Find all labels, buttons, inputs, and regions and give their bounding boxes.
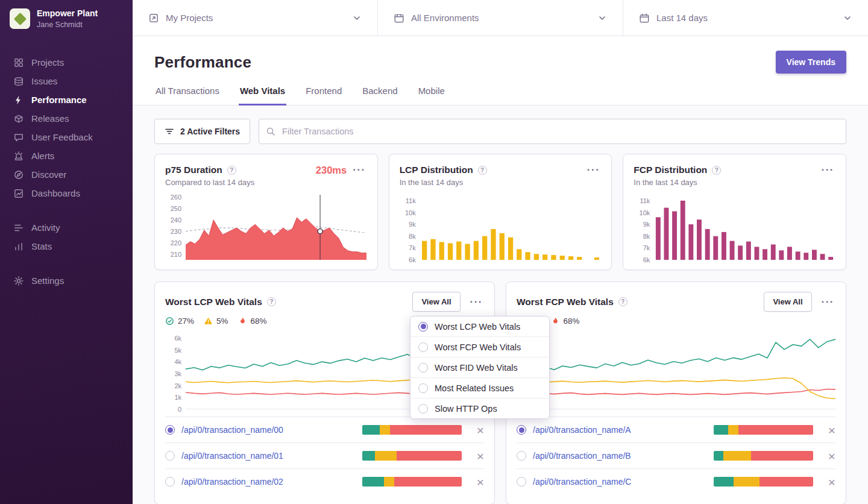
transaction-radio[interactable] [165, 451, 175, 461]
more-options-icon[interactable] [469, 296, 484, 308]
sidebar-item-dashboards[interactable]: Dashboards [0, 184, 133, 203]
dropdown-item-slow-http-ops[interactable]: Slow HTTP Ops [410, 398, 549, 418]
transaction-row: /api/0/transaction_name/C [517, 468, 835, 494]
more-options-icon[interactable] [351, 164, 366, 176]
org-logo-icon [10, 8, 30, 29]
transaction-link[interactable]: /api/0/transaction_name/B [533, 451, 631, 461]
help-icon[interactable] [227, 166, 236, 175]
issues-icon [13, 76, 24, 87]
badge-value: 5% [216, 317, 228, 326]
vitals-distribution-bar [714, 425, 813, 435]
tab-all-transactions[interactable]: All Transactions [154, 86, 221, 106]
sidebar-item-discover[interactable]: Discover [0, 165, 133, 184]
y-axis-label: 11k [634, 197, 650, 204]
transaction-radio[interactable] [517, 477, 526, 487]
transaction-link[interactable]: /api/0/transaction_name/C [533, 477, 631, 487]
more-options-icon[interactable] [820, 164, 835, 176]
close-icon[interactable] [477, 476, 484, 488]
dropdown-item-worst-lcp-web-vitals[interactable]: Worst LCP Web Vitals [410, 317, 549, 336]
close-icon[interactable] [828, 476, 835, 488]
transaction-link[interactable]: /api/0/transaction_name/02 [181, 477, 283, 487]
tab-backend[interactable]: Backend [361, 86, 398, 106]
more-options-icon[interactable] [586, 164, 601, 176]
search-box [259, 119, 846, 144]
environment-picker[interactable]: All Environments [377, 0, 623, 36]
card-title: FCP Distribution [634, 165, 707, 175]
lcp-chart: 11k10k9k8k7k6k [400, 195, 602, 260]
sidebar-item-issues[interactable]: Issues [0, 72, 133, 90]
search-input[interactable] [259, 119, 846, 144]
y-axis-label: 220 [165, 239, 181, 247]
tab-frontend[interactable]: Frontend [304, 86, 343, 106]
warning-icon [204, 317, 213, 326]
fire-icon [238, 317, 247, 326]
close-icon[interactable] [477, 450, 484, 462]
sidebar-item-label: Settings [31, 276, 64, 286]
page-title: Performance [154, 53, 251, 72]
sidebar-item-performance[interactable]: Performance [0, 90, 133, 109]
tab-bar: All TransactionsWeb VitalsFrontendBacken… [133, 86, 868, 106]
card-title: Worst FCP Web Vitals [517, 297, 614, 307]
transaction-row: /api/0/transaction_name/01 [165, 443, 484, 468]
y-axis-label: 0 [165, 406, 181, 413]
tab-web-vitals[interactable]: Web Vitals [239, 86, 286, 106]
sidebar-item-activity[interactable]: Activity [0, 218, 133, 237]
card-subtitle: In the last 14 days [400, 178, 602, 187]
help-icon[interactable] [267, 297, 276, 306]
view-trends-button[interactable]: View Trends [776, 51, 846, 74]
tab-mobile[interactable]: Mobile [417, 86, 446, 106]
sidebar-item-releases[interactable]: Releases [0, 109, 133, 128]
sidebar-item-stats[interactable]: Stats [0, 237, 133, 256]
transaction-link[interactable]: /api/0/transaction_name/01 [181, 451, 283, 461]
badge-value: 68% [251, 317, 267, 326]
fire-icon [551, 317, 560, 326]
transaction-radio[interactable] [165, 425, 175, 435]
lcp-distribution-card: LCP Distribution In the last 14 days 11k… [389, 154, 612, 270]
close-icon[interactable] [828, 424, 835, 436]
view-all-button[interactable]: View All [412, 292, 460, 312]
dropdown-radio[interactable] [418, 342, 428, 352]
sidebar-item-label: Projects [31, 57, 64, 68]
help-icon[interactable] [618, 297, 627, 306]
sidebar-item-projects[interactable]: Projects [0, 53, 133, 72]
sidebar-item-alerts[interactable]: Alerts [0, 146, 133, 165]
dropdown-item-worst-fcp-web-vitals[interactable]: Worst FCP Web Vitals [410, 336, 549, 357]
dropdown-radio[interactable] [418, 322, 428, 332]
p75-chart: 260250240230220210 [165, 195, 367, 260]
sidebar-item-label: Stats [31, 241, 52, 251]
dropdown-item-worst-fid-web-vitals[interactable]: Worst FID Web Vitals [410, 357, 549, 377]
vitals-selector-dropdown: Worst LCP Web VitalsWorst FCP Web Vitals… [410, 316, 550, 419]
transaction-row: /api/0/transaction_name/B [517, 443, 835, 468]
close-icon[interactable] [828, 450, 835, 462]
active-filters-button[interactable]: 2 Active Filters [154, 119, 250, 144]
badge-value: 27% [178, 317, 194, 326]
more-options-icon[interactable] [820, 296, 835, 308]
date-range-picker[interactable]: Last 14 days [623, 0, 868, 36]
topbar: My Projects All Environments Last 14 day… [133, 0, 868, 36]
vitals-distribution-bar [362, 451, 462, 461]
dropdown-radio[interactable] [418, 404, 428, 414]
dropdown-item-most-related-issues[interactable]: Most Related Issues [410, 377, 549, 398]
sidebar-item-label: Releases [31, 113, 69, 124]
project-picker[interactable]: My Projects [133, 0, 377, 36]
dropdown-radio[interactable] [418, 363, 428, 373]
activity-icon [13, 222, 24, 233]
dropdown-radio[interactable] [418, 383, 428, 393]
projects-icon [13, 57, 24, 68]
sidebar-item-label: Discover [31, 169, 66, 180]
y-axis-label: 11k [400, 197, 416, 204]
environment-picker-label: All Environments [411, 13, 479, 23]
help-icon[interactable] [478, 166, 487, 175]
transaction-radio[interactable] [517, 425, 526, 435]
transaction-radio[interactable] [517, 451, 526, 461]
poor-badge: 68% [238, 317, 267, 326]
transaction-link[interactable]: /api/0/transaction_name/A [533, 425, 631, 435]
transaction-radio[interactable] [165, 477, 175, 487]
help-icon[interactable] [712, 166, 721, 175]
org-switcher[interactable]: Empower Plant Jane Schmidt [0, 0, 133, 40]
transaction-link[interactable]: /api/0/transaction_name/00 [181, 425, 283, 435]
sidebar-item-settings[interactable]: Settings [0, 271, 133, 290]
view-all-button[interactable]: View All [764, 292, 811, 312]
sidebar-item-user-feedback[interactable]: User Feedback [0, 128, 133, 146]
close-icon[interactable] [477, 424, 484, 436]
